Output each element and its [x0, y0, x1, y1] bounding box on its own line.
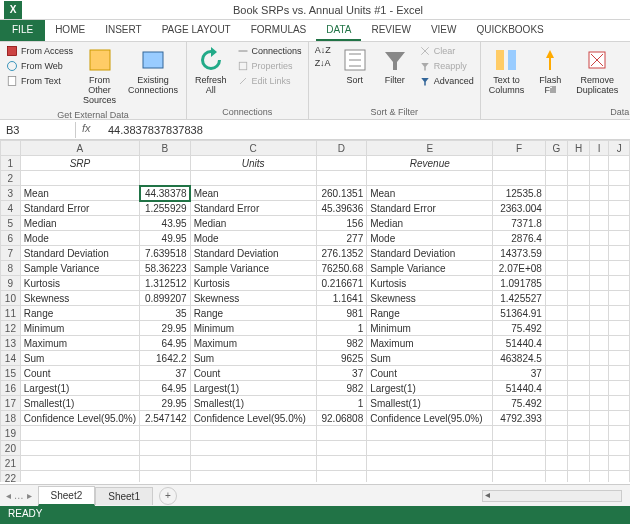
- cell-A14[interactable]: Sum: [20, 351, 139, 366]
- cell-D3[interactable]: 260.1351: [316, 186, 367, 201]
- cell-H3[interactable]: [568, 186, 590, 201]
- cell-B10[interactable]: 0.899207: [140, 291, 191, 306]
- col-header-C[interactable]: C: [190, 141, 316, 156]
- cell-I15[interactable]: [589, 366, 608, 381]
- cell-A16[interactable]: Largest(1): [20, 381, 139, 396]
- cell-B9[interactable]: 1.312512: [140, 276, 191, 291]
- cell-J10[interactable]: [609, 291, 630, 306]
- cell-C13[interactable]: Maximum: [190, 336, 316, 351]
- from-other-button[interactable]: From Other Sources: [79, 44, 120, 108]
- cell-J20[interactable]: [609, 441, 630, 456]
- cell-E17[interactable]: Smallest(1): [367, 396, 493, 411]
- cell-G11[interactable]: [545, 306, 567, 321]
- cell-J19[interactable]: [609, 426, 630, 441]
- cell-F8[interactable]: 2.07E+08: [493, 261, 546, 276]
- data-validation-button[interactable]: Data Validation: [626, 44, 630, 98]
- from-text-button[interactable]: From Text: [4, 74, 75, 88]
- col-header-F[interactable]: F: [493, 141, 546, 156]
- cell-G7[interactable]: [545, 246, 567, 261]
- cell-A22[interactable]: [20, 471, 139, 483]
- cell-I16[interactable]: [589, 381, 608, 396]
- row-header-12[interactable]: 12: [1, 321, 21, 336]
- row-header-8[interactable]: 8: [1, 261, 21, 276]
- cell-D12[interactable]: 1: [316, 321, 367, 336]
- cell-I19[interactable]: [589, 426, 608, 441]
- row-header-5[interactable]: 5: [1, 216, 21, 231]
- cell-G6[interactable]: [545, 231, 567, 246]
- col-header-H[interactable]: H: [568, 141, 590, 156]
- row-header-20[interactable]: 20: [1, 441, 21, 456]
- cell-F4[interactable]: 2363.004: [493, 201, 546, 216]
- cell-D13[interactable]: 982: [316, 336, 367, 351]
- cell-H8[interactable]: [568, 261, 590, 276]
- cell-H17[interactable]: [568, 396, 590, 411]
- cell-A8[interactable]: Sample Variance: [20, 261, 139, 276]
- cell-B14[interactable]: 1642.2: [140, 351, 191, 366]
- cell-B21[interactable]: [140, 456, 191, 471]
- reapply-button[interactable]: Reapply: [417, 59, 476, 73]
- cell-D8[interactable]: 76250.68: [316, 261, 367, 276]
- cell-E12[interactable]: Minimum: [367, 321, 493, 336]
- cell-I5[interactable]: [589, 216, 608, 231]
- cell-E4[interactable]: Standard Error: [367, 201, 493, 216]
- cell-E14[interactable]: Sum: [367, 351, 493, 366]
- flash-fill-button[interactable]: Flash Fill: [532, 44, 568, 98]
- row-header-4[interactable]: 4: [1, 201, 21, 216]
- cell-J11[interactable]: [609, 306, 630, 321]
- cell-B18[interactable]: 2.547142: [140, 411, 191, 426]
- cell-D7[interactable]: 276.1352: [316, 246, 367, 261]
- cell-D11[interactable]: 981: [316, 306, 367, 321]
- cell-J22[interactable]: [609, 471, 630, 483]
- tab-formulas[interactable]: FORMULAS: [241, 20, 317, 41]
- cell-H7[interactable]: [568, 246, 590, 261]
- cell-C20[interactable]: [190, 441, 316, 456]
- cell-A9[interactable]: Kurtosis: [20, 276, 139, 291]
- cell-I12[interactable]: [589, 321, 608, 336]
- row-header-3[interactable]: 3: [1, 186, 21, 201]
- cell-B15[interactable]: 37: [140, 366, 191, 381]
- cell-F13[interactable]: 51440.4: [493, 336, 546, 351]
- row-header-7[interactable]: 7: [1, 246, 21, 261]
- cell-F20[interactable]: [493, 441, 546, 456]
- cell-F14[interactable]: 463824.5: [493, 351, 546, 366]
- cell-C3[interactable]: Mean: [190, 186, 316, 201]
- cell-G9[interactable]: [545, 276, 567, 291]
- cell-C12[interactable]: Minimum: [190, 321, 316, 336]
- cell-B8[interactable]: 58.36223: [140, 261, 191, 276]
- cell-C10[interactable]: Skewness: [190, 291, 316, 306]
- cell-D15[interactable]: 37: [316, 366, 367, 381]
- cell-F5[interactable]: 7371.8: [493, 216, 546, 231]
- fx-icon[interactable]: fx: [82, 122, 98, 138]
- cell-G5[interactable]: [545, 216, 567, 231]
- cell-I18[interactable]: [589, 411, 608, 426]
- cell-H14[interactable]: [568, 351, 590, 366]
- cell-D17[interactable]: 1: [316, 396, 367, 411]
- cell-F19[interactable]: [493, 426, 546, 441]
- cell-D1[interactable]: [316, 156, 367, 171]
- tab-view[interactable]: VIEW: [421, 20, 467, 41]
- cell-H19[interactable]: [568, 426, 590, 441]
- cell-J14[interactable]: [609, 351, 630, 366]
- cell-G16[interactable]: [545, 381, 567, 396]
- row-header-2[interactable]: 2: [1, 171, 21, 186]
- cell-A3[interactable]: Mean: [20, 186, 139, 201]
- cell-D2[interactable]: [316, 171, 367, 186]
- cell-B2[interactable]: [140, 171, 191, 186]
- cell-B5[interactable]: 43.95: [140, 216, 191, 231]
- col-header-A[interactable]: A: [20, 141, 139, 156]
- cell-G17[interactable]: [545, 396, 567, 411]
- cell-F7[interactable]: 14373.59: [493, 246, 546, 261]
- row-header-15[interactable]: 15: [1, 366, 21, 381]
- cell-F17[interactable]: 75.492: [493, 396, 546, 411]
- cell-C11[interactable]: Range: [190, 306, 316, 321]
- sheet-nav[interactable]: ◂ … ▸: [0, 490, 38, 501]
- cell-H22[interactable]: [568, 471, 590, 483]
- h-scroll[interactable]: [177, 490, 630, 502]
- cell-C8[interactable]: Sample Variance: [190, 261, 316, 276]
- cell-I1[interactable]: [589, 156, 608, 171]
- cell-B19[interactable]: [140, 426, 191, 441]
- cell-C7[interactable]: Standard Deviation: [190, 246, 316, 261]
- cell-F3[interactable]: 12535.8: [493, 186, 546, 201]
- cell-F6[interactable]: 2876.4: [493, 231, 546, 246]
- cell-H4[interactable]: [568, 201, 590, 216]
